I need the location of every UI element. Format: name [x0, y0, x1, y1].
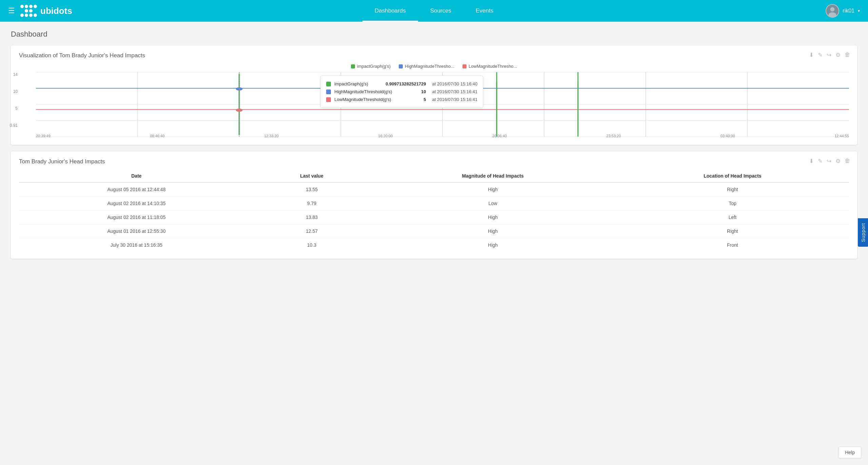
svg-point-2 — [829, 13, 836, 18]
y-label-10: 10 — [5, 89, 18, 94]
user-menu[interactable]: rik01 ▾ — [826, 4, 860, 18]
x-label-5: 23:53:20 — [606, 134, 621, 138]
cell-value-1: 9.79 — [254, 197, 370, 210]
main-nav: Dashboards Sources Events — [362, 0, 506, 22]
col-location: Location of Head Impacts — [616, 170, 849, 182]
chart-area-wrapper: 14 10 5 0.91 — [19, 72, 849, 138]
cell-magnitude-3: High — [370, 224, 616, 238]
x-label-3: 16:20:00 — [378, 134, 393, 138]
tooltip-time-impact: at 2016/07/30 15:16:40 — [432, 81, 478, 86]
y-label-14: 14 — [5, 72, 18, 77]
nav-events[interactable]: Events — [463, 0, 506, 22]
username: rik01 — [843, 8, 854, 14]
cell-magnitude-1: Low — [370, 197, 616, 210]
chart-tooltip: impactGraph(g's) 0.909713282521729 at 20… — [320, 76, 483, 108]
cell-location-0: Right — [616, 182, 849, 197]
edit-icon[interactable]: ✎ — [818, 52, 823, 59]
cell-magnitude-4: High — [370, 238, 616, 252]
tooltip-color-impact — [326, 82, 331, 86]
x-axis: 20:39:49 08:46:40 12:33:20 16:20:00 20:0… — [36, 133, 849, 138]
legend-low: LowMagnitudeThresho... — [462, 64, 517, 69]
x-label-4: 20:06:40 — [492, 134, 507, 138]
delete-icon[interactable]: 🗑 — [845, 52, 850, 59]
table-widget-actions: ⬇ ✎ ↪ ⚙ 🗑 — [809, 158, 850, 165]
download-icon[interactable]: ⬇ — [809, 52, 814, 59]
y-axis: 14 10 5 0.91 — [5, 72, 18, 128]
tooltip-value-low: 5 — [423, 97, 426, 102]
cell-date-2: August 02 2016 at 11:18:05 — [19, 210, 254, 224]
chart-widget-actions: ⬇ ✎ ↪ ⚙ 🗑 — [809, 52, 850, 59]
legend-label-impact: impactGraph(g's) — [357, 64, 391, 69]
x-label-1: 08:46:40 — [150, 134, 164, 138]
tooltip-value-high: 10 — [421, 89, 426, 94]
table-download-icon[interactable]: ⬇ — [809, 158, 814, 165]
page-title: Dashboard — [11, 30, 857, 39]
tooltip-name-high: HighMagnitudeThreshold(g's) — [334, 89, 418, 94]
logo-dot — [29, 5, 33, 8]
logo-dot — [20, 9, 24, 13]
data-table: Date Last value Magnitude of Head Impact… — [19, 170, 849, 252]
tooltip-color-low — [326, 97, 331, 102]
logo-dot — [34, 14, 37, 17]
table-row: August 02 2016 at 11:18:05 13.83 High Le… — [19, 210, 849, 224]
table-widget-title: Tom Brady Junior's Head Impacts — [19, 158, 849, 165]
y-label-5: 5 — [5, 106, 18, 111]
cell-magnitude-0: High — [370, 182, 616, 197]
tooltip-row-impact: impactGraph(g's) 0.909713282521729 at 20… — [326, 80, 477, 88]
legend-dot-high — [399, 64, 403, 68]
nav-dashboards[interactable]: Dashboards — [362, 0, 418, 22]
x-label-0: 20:39:49 — [36, 134, 51, 138]
svg-point-1 — [830, 7, 835, 12]
table-header-row: Date Last value Magnitude of Head Impact… — [19, 170, 849, 182]
chart-legend: impactGraph(g's) HighMagnitudeThresho...… — [19, 64, 849, 69]
table-share-icon[interactable]: ↪ — [827, 158, 831, 165]
main-content: Dashboard + Visualization of Tom Brady J… — [0, 22, 868, 274]
tooltip-row-high: HighMagnitudeThreshold(g's) 10 at 2016/0… — [326, 88, 477, 96]
tooltip-value-impact: 0.909713282521729 — [386, 81, 426, 86]
logo-dot — [25, 5, 28, 8]
support-button[interactable]: Support — [858, 218, 868, 247]
logo-dot — [25, 9, 28, 13]
logo-dots — [20, 5, 37, 17]
table-settings-icon[interactable]: ⚙ — [835, 158, 841, 165]
settings-icon[interactable]: ⚙ — [835, 52, 841, 59]
logo-dot — [25, 14, 28, 17]
menu-icon[interactable]: ☰ — [8, 6, 15, 15]
cell-location-1: Top — [616, 197, 849, 210]
cell-value-3: 12.57 — [254, 224, 370, 238]
table-edit-icon[interactable]: ✎ — [818, 158, 823, 165]
legend-dot-low — [462, 64, 467, 68]
y-label-091: 0.91 — [5, 123, 18, 128]
table-row: July 30 2016 at 15:16:35 10.3 High Front — [19, 238, 849, 252]
nav-sources[interactable]: Sources — [418, 0, 463, 22]
tooltip-name-impact: impactGraph(g's) — [334, 81, 382, 86]
logo-text: ubidots — [40, 6, 72, 16]
table-delete-icon[interactable]: 🗑 — [845, 158, 850, 165]
x-label-2: 12:33:20 — [264, 134, 279, 138]
logo-dot — [20, 5, 24, 8]
user-dropdown-arrow: ▾ — [858, 8, 860, 13]
share-icon[interactable]: ↪ — [827, 52, 831, 59]
legend-label-low: LowMagnitudeThresho... — [469, 64, 517, 69]
cell-date-3: August 01 2016 at 12:55:30 — [19, 224, 254, 238]
logo: ubidots — [20, 5, 72, 17]
cell-date-4: July 30 2016 at 15:16:35 — [19, 238, 254, 252]
legend-label-high: HighMagnitudeThresho... — [405, 64, 454, 69]
table-row: August 01 2016 at 12:55:30 12.57 High Ri… — [19, 224, 849, 238]
svg-container: impactGraph(g's) 0.909713282521729 at 20… — [36, 72, 849, 138]
x-label-7: 12:44:55 — [834, 134, 849, 138]
logo-dot — [34, 5, 37, 8]
table-row: August 05 2016 at 12:44:48 13.55 High Ri… — [19, 182, 849, 197]
cell-location-3: Right — [616, 224, 849, 238]
logo-dot — [34, 9, 37, 13]
cell-date-1: August 02 2016 at 14:10:35 — [19, 197, 254, 210]
cell-location-4: Front — [616, 238, 849, 252]
tooltip-time-high: at 2016/07/30 15:16:41 — [432, 89, 478, 94]
logo-dot — [20, 14, 24, 17]
cell-value-4: 10.3 — [254, 238, 370, 252]
table-widget: Tom Brady Junior's Head Impacts ⬇ ✎ ↪ ⚙ … — [11, 151, 857, 259]
col-date: Date — [19, 170, 254, 182]
logo-dot — [29, 14, 33, 17]
cell-value-2: 13.83 — [254, 210, 370, 224]
cell-location-2: Left — [616, 210, 849, 224]
